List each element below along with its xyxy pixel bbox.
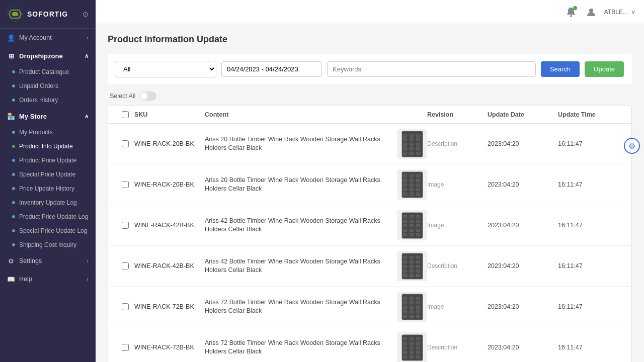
svg-point-45 (410, 220, 414, 223)
sidebar-item-label: My Products (19, 129, 53, 136)
svg-point-67 (403, 269, 407, 273)
row-checkbox-cell (116, 140, 134, 147)
topbar-user[interactable]: ATBLE... ∨ (604, 8, 636, 16)
sidebar-item-label: Orders History (19, 97, 58, 104)
svg-point-48 (410, 224, 414, 227)
sidebar: SOFORTIG ⊙ 👤 My Account › ⊞ Dropshipzone… (0, 0, 96, 362)
svg-point-47 (403, 224, 407, 227)
sidebar-nav: 👤 My Account › ⊞ Dropshipzone ∧ Product … (0, 29, 96, 362)
sidebar-item-unpaid-orders[interactable]: Unpaid Orders (5, 79, 96, 93)
sidebar-item-label: Shipping Cost Inquiry (19, 241, 76, 248)
wine-rack-image (401, 252, 424, 280)
row-content: Ariss 72 Bottle Timber Wine Rack Wooden … (205, 332, 427, 362)
table-row: WINE-RACK-72B-BK Ariss 72 Bottle Timber … (108, 287, 631, 327)
row-update-time: 16:11:47 (558, 222, 623, 229)
svg-point-25 (410, 174, 414, 177)
sidebar-item-my-products[interactable]: My Products (5, 125, 96, 139)
sidebar-item-dropshipzone[interactable]: ⊞ Dropshipzone ∧ (0, 47, 96, 65)
row-update-date: 2023:04:20 (488, 262, 558, 269)
row-checkbox-cell (116, 222, 134, 229)
sidebar-item-label: Product Info Update (19, 143, 73, 150)
product-thumbnail (397, 169, 427, 200)
user-profile-icon[interactable] (584, 5, 598, 19)
chevron-up-icon: ∧ (85, 53, 89, 59)
row-content: Ariss 20 Bottle Timber Wine Rack Wooden … (205, 169, 427, 200)
row-sku: WINE-RACK-42B-BK (134, 222, 205, 229)
sidebar-item-price-update-history[interactable]: Price Update History (5, 182, 96, 196)
sidebar-item-inventory-update-log[interactable]: Inventory Update Log (5, 196, 96, 210)
filter-keywords-input[interactable] (327, 61, 536, 77)
search-button[interactable]: Search (541, 61, 580, 77)
sidebar-item-orders-history[interactable]: Orders History (5, 93, 96, 107)
select-all-toggle[interactable] (139, 92, 156, 101)
header-checkbox[interactable] (122, 111, 129, 118)
dot-icon (12, 215, 15, 218)
table-row: WINE-RACK-72B-BK Ariss 72 Bottle Timber … (108, 327, 631, 362)
svg-point-69 (416, 269, 420, 273)
chevron-right-icon: › (87, 258, 89, 264)
dot-icon (12, 131, 15, 134)
sidebar-item-product-price-update[interactable]: Product Price Update (5, 153, 96, 167)
svg-point-54 (410, 233, 414, 236)
sidebar-item-special-price-update-log[interactable]: Special Price Update Log (5, 224, 96, 238)
sidebar-item-special-price-update[interactable]: Special Price Update (5, 167, 96, 182)
table-row: WINE-RACK-20B-BK Ariss 20 Bottle Timber … (108, 164, 631, 205)
svg-point-46 (416, 220, 420, 223)
row-content: Ariss 42 Bottle Timber Wine Rack Wooden … (205, 251, 427, 281)
svg-point-63 (416, 260, 420, 263)
dot-icon (12, 201, 15, 204)
row-checkbox-5[interactable] (122, 344, 129, 351)
row-content-text: Ariss 42 Bottle Timber Wine Rack Wooden … (205, 257, 391, 275)
svg-point-49 (416, 224, 420, 227)
filter-date-input[interactable] (221, 61, 322, 77)
svg-point-35 (416, 188, 420, 191)
sidebar-item-my-store[interactable]: 🏪 My Store ∧ (0, 107, 96, 125)
wine-rack-image (401, 334, 424, 361)
header-checkbox-cell (116, 111, 134, 118)
row-update-time: 16:11:47 (558, 262, 623, 269)
sidebar-item-help[interactable]: 📖 Help › (0, 270, 96, 288)
row-checkbox-2[interactable] (122, 222, 129, 229)
select-all-bar: Select All (108, 92, 632, 101)
row-checkbox-1[interactable] (122, 181, 129, 188)
row-checkbox-3[interactable] (122, 262, 129, 269)
notification-bell[interactable] (564, 5, 578, 19)
svg-point-21 (416, 152, 420, 155)
sidebar-item-product-info-update[interactable]: Product Info Update (5, 139, 96, 153)
sidebar-item-label: Help (19, 276, 32, 283)
sidebar-item-product-price-update-log[interactable]: Product Price Update Log (5, 210, 96, 224)
header-content: Content (205, 111, 427, 118)
filter-type-select[interactable]: All Description Image (116, 61, 216, 77)
gear-settings-button[interactable]: ⚙ (624, 138, 640, 154)
account-icon: 👤 (7, 34, 15, 42)
svg-point-72 (416, 274, 420, 277)
row-checkbox-0[interactable] (122, 140, 129, 147)
wine-rack-image (401, 130, 424, 158)
svg-point-101 (403, 351, 407, 354)
update-button[interactable]: Update (585, 61, 624, 77)
svg-point-65 (410, 265, 414, 268)
svg-point-70 (403, 274, 407, 277)
svg-point-7 (403, 134, 407, 137)
row-content-text: Ariss 72 Bottle Timber Wine Rack Wooden … (205, 298, 391, 316)
dot-icon (12, 159, 15, 162)
row-checkbox-4[interactable] (122, 303, 129, 310)
sidebar-item-label: Price Update History (19, 185, 74, 192)
svg-point-11 (410, 138, 414, 141)
header-update-time: Update Time (558, 111, 623, 118)
svg-point-104 (403, 355, 407, 358)
row-revision: Description (427, 140, 488, 147)
sidebar-item-settings[interactable]: ⚙ Settings › (0, 252, 96, 270)
svg-point-79 (410, 301, 414, 304)
gear-icon: ⚙ (628, 141, 635, 151)
product-thumbnail (397, 332, 427, 362)
active-dot-icon (12, 145, 15, 148)
svg-point-4 (570, 15, 572, 17)
svg-point-95 (403, 342, 407, 345)
sidebar-item-my-account[interactable]: 👤 My Account › (0, 29, 96, 47)
svg-point-31 (410, 184, 414, 187)
sidebar-item-shipping-cost-inquiry[interactable]: Shipping Cost Inquiry (5, 238, 96, 252)
page-title: Product Information Update (108, 34, 632, 45)
logo-expand-icon[interactable]: ⊙ (83, 10, 89, 18)
sidebar-item-product-catalogue[interactable]: Product Catalogue (5, 65, 96, 79)
